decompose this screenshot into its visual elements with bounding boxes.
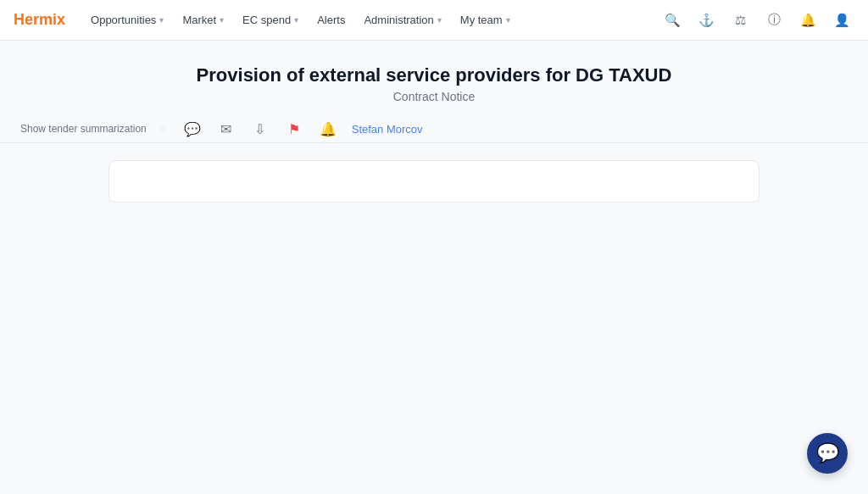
bookmark-icon[interactable]: ⚓ (693, 8, 719, 33)
flag-icon[interactable]: ⚑ (281, 115, 308, 142)
chevron-down-icon: ▾ (294, 15, 298, 25)
nav-item-label: Alerts (317, 14, 345, 26)
brand-name-prefix: Her (14, 11, 39, 28)
chat-card (108, 160, 760, 203)
nav-item-label: Opportunities (91, 14, 156, 26)
search-icon[interactable]: 🔍 (659, 8, 685, 33)
chevron-down-icon: ▾ (437, 15, 442, 25)
nav-items: Opportunities▾Market▾EC spend▾AlertsAdmi… (82, 8, 659, 31)
nav-item-label: My team (460, 14, 503, 26)
filter-icon[interactable]: ⚖ (727, 8, 753, 33)
nav-item-ec-spend[interactable]: EC spend▾ (234, 8, 307, 31)
comment-icon[interactable]: 💬 (179, 115, 206, 142)
action-icons: 💬 ✉ ⇩ ⚑ 🔔 Stefan Morcov (179, 115, 423, 142)
show-tender-label: Show tender summarization (20, 123, 147, 135)
nav-item-opportunities[interactable]: Opportunities▾ (82, 8, 172, 31)
tabs-bar: Show tender summarization 💬 ✉ ⇩ ⚑ 🔔 Stef… (0, 103, 868, 143)
nav-item-my-team[interactable]: My team▾ (452, 8, 519, 31)
nav-item-label: EC spend (242, 14, 291, 26)
nav-icons: 🔍 ⚓ ⚖ ⓘ 🔔 👤 (659, 8, 854, 33)
navbar: Hermix Opportunities▾Market▾EC spend▾Ale… (0, 0, 868, 41)
chevron-down-icon: ▾ (220, 15, 224, 25)
page-header: Provision of external service providers … (0, 41, 868, 103)
nav-item-administration[interactable]: Administration▾ (355, 8, 449, 31)
nav-item-label: Administration (364, 14, 433, 26)
nav-item-alerts[interactable]: Alerts (309, 8, 353, 31)
page-title: Provision of external service providers … (14, 64, 854, 86)
nav-item-label: Market (182, 14, 216, 26)
tabs-group (160, 126, 165, 131)
page-subtitle: Contract Notice (14, 90, 854, 103)
user-name[interactable]: Stefan Morcov (352, 123, 423, 136)
email-icon[interactable]: ✉ (213, 115, 240, 142)
bell-icon[interactable]: 🔔 (314, 115, 342, 142)
chat-container (95, 160, 773, 203)
download-icon[interactable]: ⇩ (247, 115, 274, 142)
help-icon[interactable]: ⓘ (761, 8, 787, 33)
notifications-icon[interactable]: 🔔 (795, 8, 821, 33)
chevron-down-icon: ▾ (159, 15, 164, 25)
user-profile-icon[interactable]: 👤 (829, 8, 854, 33)
nav-item-market[interactable]: Market▾ (174, 8, 232, 31)
brand-logo[interactable]: Hermix (14, 11, 65, 29)
chevron-down-icon: ▾ (506, 15, 510, 25)
brand-name-suffix: mix (39, 11, 65, 28)
